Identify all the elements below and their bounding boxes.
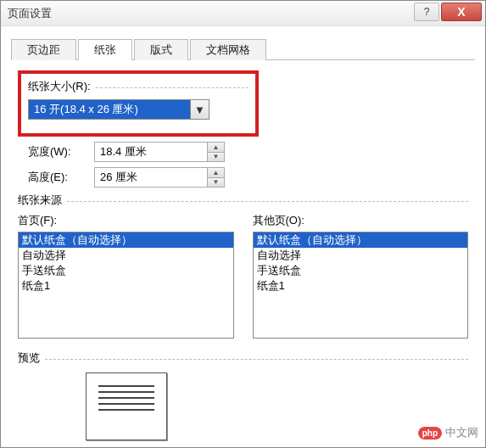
divider xyxy=(67,201,468,202)
paper-size-value: 16 开(18.4 x 26 厘米) xyxy=(29,100,190,119)
list-item[interactable]: 手送纸盒 xyxy=(254,263,468,278)
height-label: 高度(E): xyxy=(28,170,94,185)
paper-size-combo[interactable]: 16 开(18.4 x 26 厘米) ▼ xyxy=(28,99,209,120)
other-page-label: 其他页(O): xyxy=(253,213,469,228)
tab-bar: 页边距 纸张 版式 文档网格 xyxy=(11,38,475,60)
paper-size-group-head: 纸张大小(R): xyxy=(28,79,249,94)
page-setup-dialog: 页面设置 ? X 页边距 纸张 版式 文档网格 纸张大小(R): xyxy=(0,0,486,448)
tab-paper[interactable]: 纸张 xyxy=(78,39,132,60)
list-item[interactable]: 纸盒1 xyxy=(19,278,233,294)
help-icon: ? xyxy=(424,6,430,18)
help-button[interactable]: ? xyxy=(414,3,439,21)
list-item[interactable]: 默认纸盒（自动选择） xyxy=(19,232,233,248)
height-spinner[interactable]: ▲ ▼ xyxy=(207,168,224,187)
paper-size-row: 16 开(18.4 x 26 厘米) ▼ xyxy=(28,99,249,120)
watermark: php 中文网 xyxy=(418,425,478,440)
width-label: 宽度(W): xyxy=(28,144,94,160)
paper-source-label: 纸张来源 xyxy=(18,193,62,208)
height-input[interactable]: 26 厘米 ▲ ▼ xyxy=(94,167,225,188)
list-item[interactable]: 自动选择 xyxy=(19,248,233,263)
width-input[interactable]: 18.4 厘米 ▲ ▼ xyxy=(94,142,225,162)
first-page-listbox[interactable]: 默认纸盒（自动选择） 自动选择 手送纸盒 纸盒1 xyxy=(18,232,234,339)
paper-source-group-head: 纸张来源 xyxy=(18,193,468,208)
height-row: 高度(E): 26 厘米 ▲ ▼ xyxy=(28,167,468,188)
first-page-col: 首页(F): 默认纸盒（自动选择） 自动选择 手送纸盒 纸盒1 xyxy=(18,213,234,339)
other-page-col: 其他页(O): 默认纸盒（自动选择） 自动选择 手送纸盒 纸盒1 xyxy=(253,213,469,339)
tab-grid[interactable]: 文档网格 xyxy=(190,39,266,60)
divider xyxy=(45,359,468,360)
width-spinner[interactable]: ▲ ▼ xyxy=(207,143,224,161)
list-item[interactable]: 默认纸盒（自动选择） xyxy=(254,232,468,248)
chevron-down-icon[interactable]: ▼ xyxy=(208,178,224,188)
first-page-label: 首页(F): xyxy=(18,213,234,228)
watermark-text: 中文网 xyxy=(445,425,478,440)
window-title: 页面设置 xyxy=(8,6,478,21)
php-badge: php xyxy=(418,427,442,440)
chevron-up-icon[interactable]: ▲ xyxy=(208,168,224,178)
paper-size-highlight: 纸张大小(R): 16 开(18.4 x 26 厘米) ▼ xyxy=(18,70,259,137)
close-button[interactable]: X xyxy=(441,3,482,21)
preview-group-head: 预览 xyxy=(18,350,468,366)
paper-panel: 纸张大小(R): 16 开(18.4 x 26 厘米) ▼ 宽度(W): 18.… xyxy=(11,60,475,440)
paper-source-area: 首页(F): 默认纸盒（自动选择） 自动选择 手送纸盒 纸盒1 其他页(O): … xyxy=(18,213,468,339)
paper-size-label: 纸张大小(R): xyxy=(28,79,91,94)
chevron-down-icon[interactable]: ▼ xyxy=(208,153,224,162)
preview-label: 预览 xyxy=(18,350,40,366)
chevron-down-icon[interactable]: ▼ xyxy=(190,100,209,119)
list-item[interactable]: 手送纸盒 xyxy=(19,263,233,278)
tab-layout[interactable]: 版式 xyxy=(134,39,188,60)
preview-page-thumbnail xyxy=(86,372,167,440)
list-item[interactable]: 自动选择 xyxy=(254,248,468,263)
titlebar-buttons: ? X xyxy=(414,3,482,21)
width-value: 18.4 厘米 xyxy=(95,143,207,161)
list-item[interactable]: 纸盒1 xyxy=(254,278,468,294)
close-icon: X xyxy=(457,5,465,19)
width-row: 宽度(W): 18.4 厘米 ▲ ▼ xyxy=(28,142,468,162)
dialog-body: 页边距 纸张 版式 文档网格 纸张大小(R): 16 开(18.4 x 26 厘… xyxy=(1,26,485,440)
divider xyxy=(96,87,249,88)
height-value: 26 厘米 xyxy=(95,168,207,187)
other-page-listbox[interactable]: 默认纸盒（自动选择） 自动选择 手送纸盒 纸盒1 xyxy=(253,232,469,339)
titlebar: 页面设置 ? X xyxy=(1,1,485,26)
tab-margins[interactable]: 页边距 xyxy=(11,39,76,60)
chevron-up-icon[interactable]: ▲ xyxy=(208,143,224,153)
